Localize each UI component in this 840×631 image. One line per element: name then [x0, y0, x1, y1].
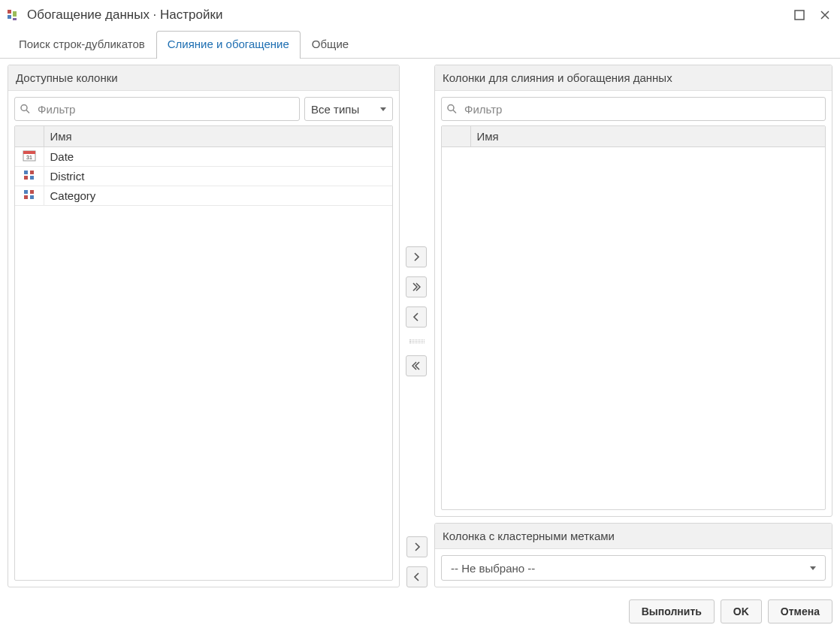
svg-point-18	[448, 105, 454, 111]
row-name: District	[44, 167, 392, 186]
svg-rect-0	[8, 10, 11, 14]
merge-columns-title: Колонки для слияния и обогащения данных	[435, 65, 832, 91]
app-icon	[6, 8, 20, 22]
cluster-label-select[interactable]: -- Не выбрано --	[441, 555, 826, 581]
maximize-button[interactable]	[792, 8, 807, 23]
cluster-select-value: -- Не выбрано --	[451, 562, 535, 575]
tab-strip: Поиск строк-дубликатов Слияние и обогаще…	[0, 30, 840, 59]
window-title: Обогащение данных · Настройки	[27, 8, 792, 23]
svg-rect-16	[24, 195, 28, 199]
svg-rect-11	[30, 171, 34, 174]
execute-button[interactable]: Выполнить	[629, 599, 715, 623]
merge-columns-panel: Колонки для слияния и обогащения данных	[434, 65, 832, 517]
dialog-footer: Выполнить OK Отмена	[0, 593, 840, 631]
svg-rect-3	[13, 18, 17, 20]
move-right-button[interactable]	[406, 246, 427, 267]
search-icon	[447, 104, 457, 114]
move-all-right-button[interactable]	[406, 276, 427, 297]
available-columns-table: Имя 31 Date	[15, 126, 392, 206]
table-row[interactable]: District	[15, 167, 392, 186]
type-filter-select[interactable]: Все типы	[304, 97, 393, 121]
category-type-icon	[23, 189, 36, 201]
cluster-label-panel: Колонка с кластерными метками -- Не выбр…	[434, 523, 832, 587]
chevron-down-icon	[810, 566, 816, 570]
icon-col-header	[15, 126, 44, 147]
cancel-button[interactable]: Отмена	[768, 599, 832, 623]
icon-col-header	[442, 126, 470, 147]
name-col-header[interactable]: Имя	[44, 126, 392, 147]
move-all-left-button[interactable]	[406, 355, 427, 376]
move-buttons-column	[406, 65, 428, 587]
svg-point-5	[21, 105, 27, 111]
svg-rect-13	[30, 176, 34, 180]
svg-rect-17	[30, 195, 34, 199]
available-columns-panel: Доступные колонки Все типы	[8, 65, 400, 587]
category-type-icon	[23, 169, 36, 181]
svg-line-6	[26, 110, 29, 113]
drag-grip-icon	[406, 340, 428, 343]
tab-merge-enrich[interactable]: Слияние и обогащение	[156, 31, 301, 59]
titlebar: Обогащение данных · Настройки	[0, 0, 840, 30]
row-name: Category	[44, 186, 392, 206]
svg-rect-12	[24, 176, 28, 180]
svg-rect-8	[23, 151, 35, 154]
svg-rect-15	[30, 190, 34, 194]
svg-rect-2	[13, 11, 17, 17]
cluster-move-right-button[interactable]	[406, 536, 428, 557]
svg-line-19	[453, 110, 456, 113]
tab-general[interactable]: Общие	[301, 31, 360, 59]
available-filter-input[interactable]	[14, 97, 300, 121]
table-row[interactable]: 31 Date	[15, 147, 392, 167]
merge-columns-table: Имя	[442, 126, 825, 147]
cluster-move-left-button[interactable]	[406, 566, 428, 587]
available-columns-title: Доступные колонки	[8, 65, 399, 91]
merge-filter-input[interactable]	[441, 97, 826, 121]
svg-text:31: 31	[26, 155, 32, 160]
table-row[interactable]: Category	[15, 186, 392, 206]
cluster-label-title: Колонка с кластерными метками	[435, 524, 832, 549]
svg-rect-1	[8, 15, 11, 19]
svg-rect-14	[24, 190, 28, 194]
name-col-header[interactable]: Имя	[470, 126, 825, 147]
merge-filter-wrap	[441, 97, 826, 121]
tab-duplicates[interactable]: Поиск строк-дубликатов	[8, 31, 156, 59]
svg-rect-4	[795, 11, 804, 20]
type-filter-value: Все типы	[311, 103, 359, 116]
chevron-down-icon	[380, 107, 386, 111]
svg-rect-10	[24, 171, 28, 174]
date-type-icon: 31	[23, 149, 36, 162]
ok-button[interactable]: OK	[721, 599, 762, 623]
search-icon	[20, 104, 30, 114]
row-name: Date	[44, 147, 392, 167]
available-filter-wrap	[14, 97, 300, 121]
move-left-button[interactable]	[406, 306, 427, 328]
close-button[interactable]	[817, 8, 832, 23]
